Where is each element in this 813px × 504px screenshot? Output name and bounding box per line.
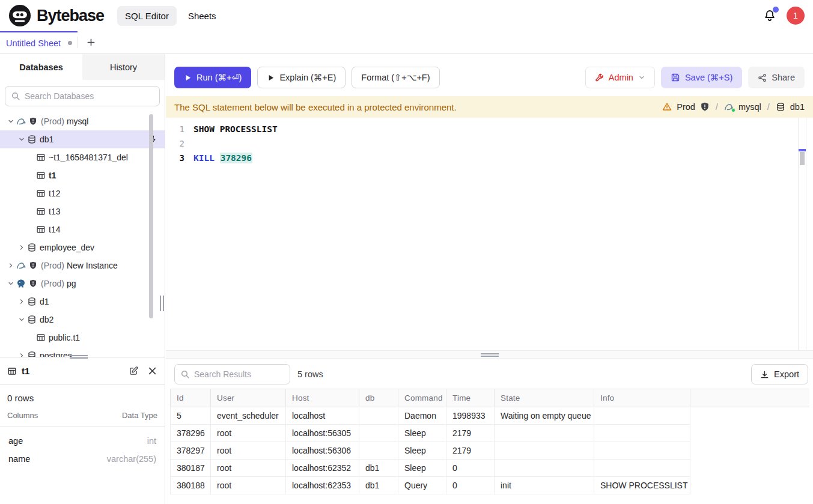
export-button[interactable]: Export <box>751 364 808 384</box>
results-cell[interactable] <box>495 460 594 477</box>
results-header-info[interactable]: Info <box>594 389 690 407</box>
avatar[interactable]: 1 <box>787 7 805 25</box>
results-cell[interactable]: db1 <box>359 477 398 494</box>
results-cell[interactable]: db1 <box>359 460 398 477</box>
results-cell[interactable]: localhost <box>286 407 359 425</box>
results-cell[interactable]: 0 <box>446 477 495 494</box>
results-cell[interactable]: 378296 <box>171 425 211 442</box>
results-cell[interactable]: Sleep <box>398 460 446 477</box>
tree-item-t1-1658481371-del[interactable]: ~t1_1658481371_del <box>0 148 165 166</box>
search-databases-input[interactable] <box>25 91 154 101</box>
chevron-right-icon[interactable] <box>5 262 16 269</box>
tree-item-d1[interactable]: d1 <box>0 293 165 311</box>
editor-line-3[interactable]: 3KILL 378296 <box>166 151 813 165</box>
notifications-button[interactable] <box>763 8 777 23</box>
tree-item-employee-dev[interactable]: employee_dev <box>0 238 165 257</box>
run-button[interactable]: Run (⌘+⏎) <box>174 67 251 88</box>
results-cell[interactable] <box>359 407 398 425</box>
results-cell[interactable]: 2179 <box>446 442 495 460</box>
editor-scrollbar-thumb[interactable] <box>800 152 805 165</box>
tree-item-pg[interactable]: (Prod)pg <box>0 275 165 293</box>
share-button[interactable]: Share <box>748 67 805 88</box>
results-cell[interactable]: Sleep <box>398 442 446 460</box>
results-cell[interactable]: 0 <box>446 460 495 477</box>
editor-line-2[interactable]: 2 <box>166 136 813 151</box>
results-cell[interactable]: 2179 <box>446 425 495 442</box>
results-cell[interactable] <box>594 460 690 477</box>
tree-item-db1[interactable]: db1 <box>0 130 165 148</box>
results-cell[interactable] <box>359 425 398 442</box>
results-header-time[interactable]: Time <box>446 389 495 407</box>
results-cell[interactable]: root <box>211 442 286 460</box>
results-cell[interactable]: root <box>211 425 286 442</box>
results-cell[interactable]: root <box>211 477 286 494</box>
tree-item-t13[interactable]: t13 <box>0 202 165 220</box>
results-header-command[interactable]: Command <box>398 389 446 407</box>
results-cell[interactable]: 380187 <box>171 460 211 477</box>
results-cell[interactable]: 378297 <box>171 442 211 460</box>
chevron-right-icon[interactable] <box>16 244 27 251</box>
results-cell[interactable]: Query <box>398 477 446 494</box>
results-resize-handle[interactable] <box>166 350 813 359</box>
results-cell[interactable]: 1998933 <box>446 407 495 425</box>
edit-table-icon[interactable] <box>129 366 139 376</box>
results-header-id[interactable]: Id <box>171 389 211 407</box>
results-cell[interactable]: init <box>495 477 594 494</box>
chevron-right-icon[interactable] <box>16 352 27 357</box>
chevron-down-icon[interactable] <box>5 280 16 287</box>
results-header-user[interactable]: User <box>211 389 286 407</box>
schema-column-row[interactable]: namevarchar(255) <box>0 450 165 468</box>
results-header-host[interactable]: Host <box>286 389 359 407</box>
tree-item-new-instance[interactable]: (Prod)New Instance <box>0 257 165 275</box>
tab-untitled-sheet[interactable]: Untitled Sheet <box>0 31 78 53</box>
tree-item-mysql[interactable]: (Prod)mysql <box>0 112 165 130</box>
results-cell[interactable]: SHOW PROCESSLIST <box>594 477 690 494</box>
tree-item-db2[interactable]: db2 <box>0 311 165 329</box>
results-cell[interactable]: localhost:62352 <box>286 460 359 477</box>
results-header-state[interactable]: State <box>495 389 594 407</box>
results-cell[interactable] <box>495 425 594 442</box>
sidebar-resize-handle[interactable] <box>160 296 164 311</box>
sidebar-scrollbar-thumb[interactable] <box>149 114 153 318</box>
tree-item-public-t1[interactable]: public.t1 <box>0 329 165 347</box>
results-cell[interactable]: localhost:56306 <box>286 442 359 460</box>
results-cell[interactable] <box>594 442 690 460</box>
admin-button[interactable]: Admin <box>585 67 655 88</box>
tab-history[interactable]: History <box>82 54 165 80</box>
tree-item-t12[interactable]: t12 <box>0 184 165 202</box>
results-cell[interactable]: Sleep <box>398 425 446 442</box>
results-cell[interactable]: event_scheduler <box>211 407 286 425</box>
chevron-down-icon[interactable] <box>16 136 27 143</box>
sql-editor[interactable]: 1SHOW PROCESSLIST23KILL 378296 <box>166 118 813 350</box>
results-cell[interactable]: 5 <box>171 407 211 425</box>
results-cell[interactable]: root <box>211 460 286 477</box>
schema-column-row[interactable]: ageint <box>0 432 165 450</box>
instance-label[interactable]: mysql <box>738 102 761 112</box>
nav-sheets[interactable]: Sheets <box>180 6 224 26</box>
save-button[interactable]: Save (⌘+S) <box>661 67 742 88</box>
results-cell[interactable]: Daemon <box>398 407 446 425</box>
search-results-input[interactable] <box>194 369 284 379</box>
results-cell[interactable]: localhost:56305 <box>286 425 359 442</box>
tab-databases[interactable]: Databases <box>0 54 82 80</box>
chevron-down-icon[interactable] <box>16 316 27 323</box>
results-cell[interactable] <box>495 442 594 460</box>
database-label[interactable]: db1 <box>790 102 805 112</box>
chevron-down-icon[interactable] <box>5 118 16 125</box>
results-cell[interactable] <box>594 407 690 425</box>
results-cell[interactable]: localhost:62353 <box>286 477 359 494</box>
close-panel-icon[interactable] <box>147 366 157 376</box>
results-cell[interactable]: Waiting on empty queue <box>495 407 594 425</box>
results-cell[interactable] <box>594 425 690 442</box>
results-cell[interactable]: 380188 <box>171 477 211 494</box>
nav-sql-editor[interactable]: SQL Editor <box>117 6 177 26</box>
results-header-db[interactable]: db <box>359 389 398 407</box>
editor-line-1[interactable]: 1SHOW PROCESSLIST <box>166 122 813 136</box>
chevron-right-icon[interactable] <box>16 298 27 305</box>
add-sheet-button[interactable] <box>78 31 103 53</box>
tree-item-t14[interactable]: t14 <box>0 220 165 238</box>
format-button[interactable]: Format (⇧+⌥+F) <box>352 67 439 88</box>
schema-panel-resize-handle[interactable] <box>70 354 88 360</box>
tree-item-t1[interactable]: t1 <box>0 166 165 184</box>
results-cell[interactable] <box>359 442 398 460</box>
